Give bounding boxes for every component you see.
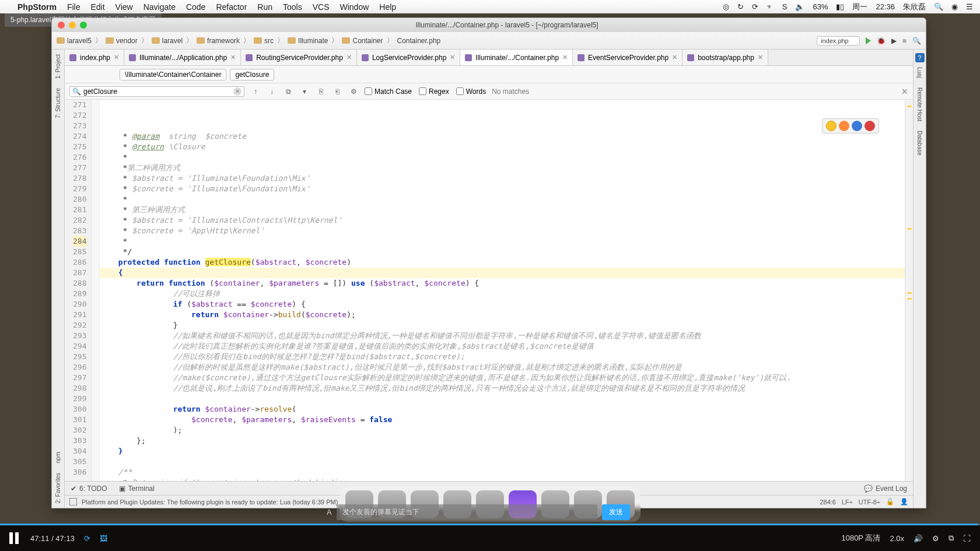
toolwin-database[interactable]: Database [916, 126, 923, 160]
toolwin-luaj[interactable]: Luaj [916, 62, 923, 83]
select-all-icon[interactable]: ⧉ [283, 86, 293, 97]
toolwin-remote-host[interactable]: Remote Host [916, 83, 923, 126]
code-body[interactable]: * @param string $concrete * @return \Clo… [100, 100, 905, 481]
nav-member[interactable]: getClosure [230, 69, 274, 80]
close-tab-icon[interactable]: ✕ [562, 54, 568, 61]
s-icon[interactable]: S [782, 2, 788, 11]
spotlight-icon[interactable]: 🔍 [934, 2, 943, 11]
app-name[interactable]: PhpStorm [18, 2, 57, 12]
close-tab-icon[interactable]: ✕ [672, 54, 677, 61]
editor-tab[interactable]: Illuminate/.../Container.php✕ [460, 50, 573, 65]
debug-icon[interactable]: 🐞 [877, 37, 886, 45]
chrome-icon[interactable] [826, 121, 836, 131]
firefox-icon[interactable] [839, 121, 849, 131]
run-config-select[interactable]: index.php [817, 36, 860, 45]
settings-icon[interactable]: ⚙ [932, 534, 939, 543]
compass-icon[interactable]: ◎ [723, 2, 729, 11]
find-input[interactable] [83, 87, 233, 96]
close-tab-icon[interactable]: ✕ [450, 54, 455, 61]
menu-window[interactable]: Window [340, 2, 369, 12]
sync-icon[interactable]: ⟳ [752, 2, 758, 11]
screenshot-icon[interactable]: 🖼 [100, 534, 107, 543]
run-icon[interactable] [866, 37, 871, 44]
gear-icon[interactable]: ⚙ [348, 86, 359, 97]
q-icon[interactable]: ? [915, 53, 925, 62]
clock-icon[interactable]: ↻ [737, 2, 744, 11]
danmaku-input[interactable]: 发个友善的弹幕见证当下 [337, 504, 597, 520]
pause-button[interactable] [9, 532, 21, 544]
editor-tab[interactable]: RoutingServiceProvider.php✕ [241, 50, 357, 65]
volume-icon[interactable]: 🔈 [795, 2, 804, 11]
window-close-button[interactable] [58, 22, 65, 29]
menu-view[interactable]: View [116, 2, 133, 12]
toolwin-project[interactable]: 1: Project [55, 50, 61, 83]
toolwin-structure[interactable]: 7: Structure [55, 83, 61, 123]
font-icon[interactable]: A [327, 508, 332, 517]
window-minimize-button[interactable] [69, 22, 76, 29]
toolwin-npm[interactable]: npm [55, 447, 61, 468]
menu-extras-icon[interactable]: ☰ [966, 2, 973, 11]
send-button[interactable]: 发送 [602, 504, 630, 520]
filter-icon[interactable]: ▾ [299, 86, 310, 97]
ro-icon[interactable]: 🔓 [886, 498, 894, 506]
code-editor[interactable]: 2712722732742752762772782792802812822832… [65, 100, 913, 481]
clear-icon[interactable]: ✕ [233, 87, 242, 96]
terminal-tab[interactable]: ▣ Terminal [113, 482, 160, 495]
inspector-icon[interactable]: 👤 [900, 498, 908, 506]
window-zoom-button[interactable] [80, 22, 87, 29]
event-log-tab[interactable]: 💬 Event Log [858, 482, 913, 495]
volume-icon[interactable]: 🔊 [914, 534, 923, 543]
breadcrumb[interactable]: laravel5〉 vendor〉 laravel〉 framework〉 sr… [57, 36, 440, 45]
prev-match-icon[interactable]: ↑ [250, 86, 261, 97]
words-check[interactable]: Words [456, 87, 486, 96]
menu-edit[interactable]: Edit [90, 2, 104, 12]
battery-icon[interactable]: ▮▯ [836, 2, 844, 11]
editor-tab[interactable]: LogServiceProvider.php✕ [357, 50, 460, 65]
editor-tab[interactable]: bootstrap/app.php✕ [682, 50, 768, 65]
toolwin-favorites[interactable]: 2: Favorites [55, 468, 61, 508]
search-everywhere-icon[interactable]: 🔍 [912, 37, 921, 45]
find-bar: 🔍 ✕ ↑ ↓ ⧉ ▾ ⎘ ⎗ ⚙ Match Case Regex Words… [65, 83, 913, 100]
close-tab-icon[interactable]: ✕ [114, 54, 119, 61]
right-tool-strip[interactable]: ? Luaj Remote Host Database [913, 50, 926, 508]
nav-class[interactable]: \Illuminate\Container\Container [120, 69, 226, 80]
editor-tab[interactable]: Illuminate/.../Application.php✕ [124, 50, 241, 65]
wifi-icon[interactable]: ᯤ [766, 2, 774, 11]
editor-tab[interactable]: EventServiceProvider.php✕ [573, 50, 682, 65]
menu-code[interactable]: Code [186, 2, 205, 12]
menu-run[interactable]: Run [257, 2, 272, 12]
menu-navigate[interactable]: Navigate [144, 2, 176, 12]
stop-icon[interactable]: ■ [902, 37, 907, 45]
speed-label[interactable]: 2.0x [890, 534, 904, 543]
editor-tab[interactable]: index.php✕ [65, 50, 124, 65]
status-box-icon[interactable] [69, 498, 77, 506]
menu-file[interactable]: File [67, 2, 80, 12]
close-find-icon[interactable]: ✕ [901, 87, 908, 96]
opt2-icon[interactable]: ⎗ [332, 86, 342, 97]
quality-label[interactable]: 1080P 高清 [841, 533, 880, 543]
menu-help[interactable]: Help [379, 2, 396, 12]
error-stripe[interactable] [905, 100, 913, 481]
match-case-check[interactable]: Match Case [365, 87, 412, 96]
todo-tab[interactable]: ✔ 6: TODO [65, 482, 113, 495]
next-match-icon[interactable]: ↓ [267, 86, 277, 97]
close-tab-icon[interactable]: ✕ [230, 54, 236, 61]
siri-icon[interactable]: ◉ [951, 2, 958, 11]
repeat-icon[interactable]: ⟳ [84, 534, 90, 543]
regex-check[interactable]: Regex [419, 87, 449, 96]
menu-tools[interactable]: Tools [283, 2, 302, 12]
line-ending[interactable]: LF÷ [842, 499, 853, 506]
left-tool-strip[interactable]: 1: Project 7: Structure npm 2: Favorites [52, 50, 65, 508]
pip-icon[interactable]: ⧉ [949, 534, 954, 543]
safari-icon[interactable] [852, 121, 862, 131]
opt1-icon[interactable]: ⎘ [316, 86, 326, 97]
menu-vcs[interactable]: VCS [313, 2, 330, 12]
caret-position[interactable]: 284:6 [820, 499, 836, 506]
menu-refactor[interactable]: Refactor [216, 2, 247, 12]
close-tab-icon[interactable]: ✕ [346, 54, 352, 61]
coverage-icon[interactable]: ▶ [891, 37, 897, 45]
opera-icon[interactable] [864, 121, 875, 131]
close-tab-icon[interactable]: ✕ [758, 54, 763, 61]
file-encoding[interactable]: UTF-8÷ [859, 499, 880, 506]
fullscreen-icon[interactable]: ⛶ [963, 534, 971, 543]
